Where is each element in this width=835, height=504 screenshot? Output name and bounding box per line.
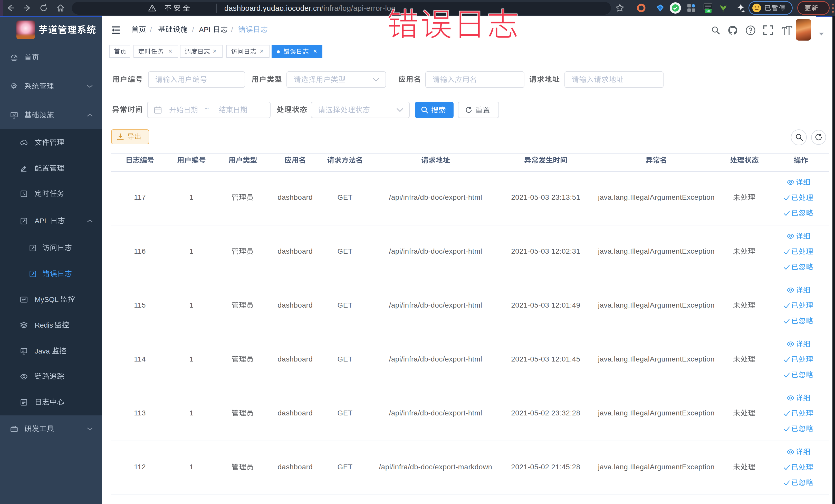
- svg-text:on: on: [707, 9, 710, 13]
